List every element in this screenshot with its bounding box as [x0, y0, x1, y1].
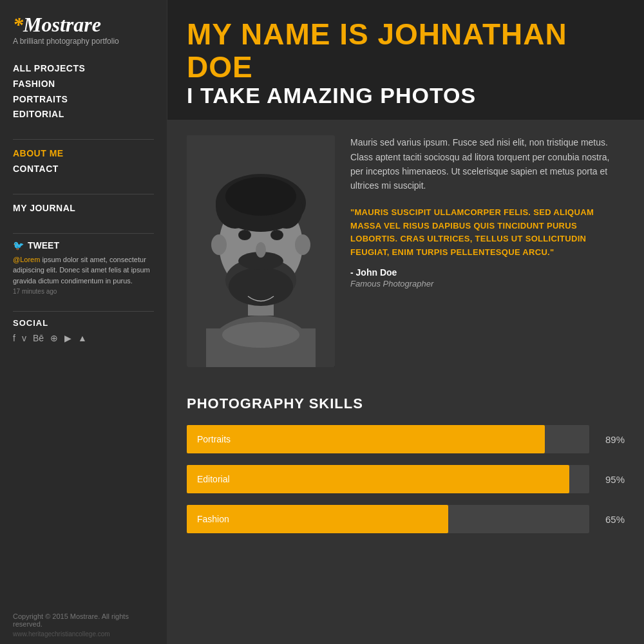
nav-editorial[interactable]: EDITORIAL [13, 107, 154, 122]
nav-contact[interactable]: CONTACT [13, 162, 154, 177]
social-icons: f v Bē ⊕ ▶ ▲ [13, 333, 154, 343]
skills-title: PHOTOGRAPHY SKILLS [187, 395, 625, 412]
skill-bar-portraits: Portraits [187, 425, 545, 453]
vimeo-icon[interactable]: v [22, 333, 26, 343]
tweet-time: 17 minutes ago [13, 288, 57, 295]
svg-point-13 [229, 267, 293, 306]
skill-row-editorial: Editorial 95% [187, 465, 625, 493]
skill-percent-fashion: 65% [589, 514, 625, 525]
quote-block: "MAURIS SUSCIPIT ULLAMCORPER FELIS. SED … [350, 206, 625, 289]
hero-title-line2: I TAKE AMAZING PHOTOS [187, 83, 625, 108]
svg-point-17 [256, 242, 266, 258]
copyright-text: Copyright © 2015 Mostrare. All rights re… [13, 606, 154, 628]
skill-percent-editorial: 95% [589, 474, 625, 485]
website-url: www.heritagechristiancollege.com [13, 630, 154, 638]
about-description: Mauris sed varius ipsum. Fusce sed nisi … [350, 135, 625, 193]
nav-all-projects[interactable]: ALL PROJECTS [13, 61, 154, 77]
logo-text: *Mostrare [13, 13, 154, 37]
svg-point-4 [222, 322, 299, 348]
dribbble-icon[interactable]: ⊕ [50, 333, 58, 343]
quote-text: "MAURIS SUSCIPIT ULLAMCORPER FELIS. SED … [350, 206, 625, 260]
svg-point-9 [225, 177, 296, 216]
twitter-icon: 🐦 [13, 240, 24, 251]
skill-bar-editorial-wrapper: Editorial [187, 465, 589, 493]
nav-about-me[interactable]: ABOUT ME [13, 146, 154, 162]
hero-title-line1: MY NAME IS JOHNATHAN DOE [187, 18, 625, 83]
quote-role: Famous Photographer [350, 279, 625, 289]
skill-bar-fashion: Fashion [187, 505, 448, 533]
about-section: Mauris sed varius ipsum. Fusce sed nisi … [167, 120, 644, 383]
skill-bar-editorial: Editorial [187, 465, 569, 493]
extra-icon[interactable]: ▲ [78, 333, 87, 343]
divider-2 [13, 194, 154, 194]
nav-portraits[interactable]: PORTRAITS [13, 92, 154, 108]
hero-section: MY NAME IS JOHNATHAN DOE I TAKE AMAZING … [167, 0, 644, 120]
skills-section: PHOTOGRAPHY SKILLS Portraits 89% Editori… [167, 383, 644, 564]
svg-point-10 [211, 234, 227, 255]
tweet-text: @Lorem ipsum dolor sit amet, consectetur… [13, 254, 154, 297]
quote-author: - John Doe [350, 267, 625, 278]
profile-svg [187, 135, 335, 367]
skill-name-portraits: Portraits [197, 434, 231, 444]
svg-point-15 [238, 230, 251, 240]
logo-subtitle: A brilliant photography portfolio [13, 37, 154, 46]
tweet-label: TWEET [28, 240, 59, 251]
facebook-icon[interactable]: f [13, 333, 15, 343]
logo: *Mostrare A brilliant photography portfo… [13, 13, 154, 57]
journal-nav: MY JOURNAL [13, 201, 154, 216]
skill-bar-portraits-wrapper: Portraits [187, 425, 589, 453]
skill-name-fashion: Fashion [197, 514, 229, 524]
tweet-section: 🐦 TWEET @Lorem ipsum dolor sit amet, con… [13, 240, 154, 297]
sidebar: *Mostrare A brilliant photography portfo… [0, 0, 167, 644]
nav-journal[interactable]: MY JOURNAL [13, 201, 154, 216]
skill-row-portraits: Portraits 89% [187, 425, 625, 453]
skill-percent-portraits: 89% [589, 434, 625, 445]
svg-point-11 [295, 234, 310, 255]
svg-point-16 [270, 230, 283, 240]
behance-icon[interactable]: Bē [33, 333, 44, 343]
youtube-icon[interactable]: ▶ [64, 333, 71, 343]
about-text: Mauris sed varius ipsum. Fusce sed nisi … [350, 135, 625, 367]
secondary-nav: ABOUT ME CONTACT [13, 146, 154, 177]
divider-1 [13, 139, 154, 140]
skill-row-fashion: Fashion 65% [187, 505, 625, 533]
divider-3 [13, 233, 154, 234]
social-section: SOCIAL f v Bē ⊕ ▶ ▲ [13, 318, 154, 343]
skill-name-editorial: Editorial [197, 474, 230, 484]
skill-bar-fashion-wrapper: Fashion [187, 505, 589, 533]
tweet-header: 🐦 TWEET [13, 240, 154, 251]
profile-photo [187, 135, 335, 367]
primary-nav: ALL PROJECTS FASHION PORTRAITS EDITORIAL [13, 61, 154, 122]
logo-star: * [13, 13, 23, 36]
divider-4 [13, 311, 154, 312]
tweet-at-user[interactable]: @Lorem [13, 256, 40, 263]
social-label: SOCIAL [13, 318, 154, 328]
nav-fashion[interactable]: FASHION [13, 77, 154, 92]
main-content: MY NAME IS JOHNATHAN DOE I TAKE AMAZING … [167, 0, 644, 644]
profile-photo-placeholder [187, 135, 335, 367]
